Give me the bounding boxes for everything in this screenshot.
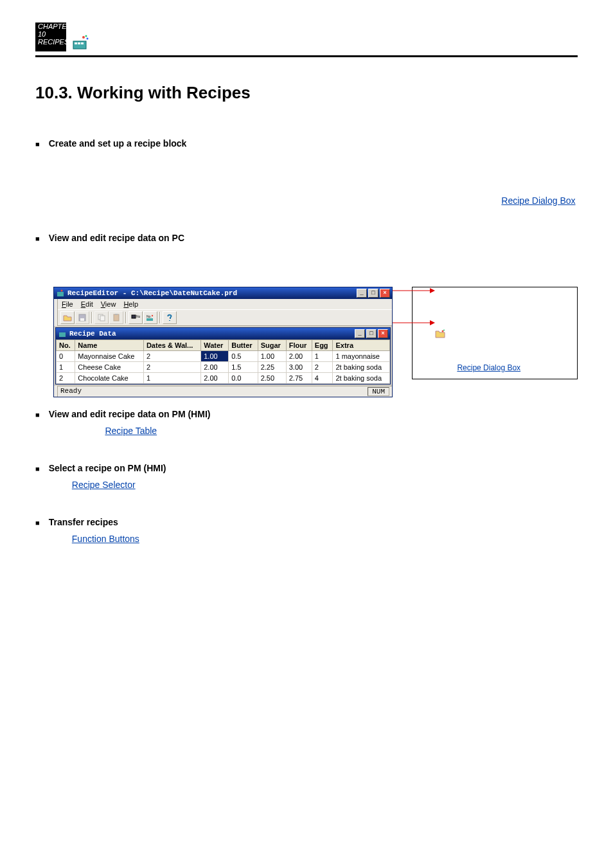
menu-edit[interactable]: Edit xyxy=(81,300,93,308)
col-water[interactable]: Water xyxy=(201,340,229,351)
col-no[interactable]: No. xyxy=(57,340,75,351)
cell[interactable]: 2.75 xyxy=(286,373,312,384)
svg-point-8 xyxy=(61,290,63,292)
menubar: File Edit View Help xyxy=(58,299,392,309)
menu-help[interactable]: Help xyxy=(123,300,138,308)
header-black-block: CHAPTER 10 RECIPES xyxy=(35,23,66,51)
cell[interactable]: 2.50 xyxy=(258,373,286,384)
cell[interactable]: 2 xyxy=(57,373,75,384)
cell[interactable]: 2.00 xyxy=(201,373,229,384)
table-row[interactable]: 0 Mayonnaise Cake 2 1.00 0.5 1.00 2.00 1… xyxy=(57,351,390,362)
open-file-icon xyxy=(435,329,445,338)
inner-title-text: Recipe Data xyxy=(69,330,355,338)
section-heading-view-pc: View and edit recipe data on PC xyxy=(49,233,184,243)
cell[interactable]: 1.5 xyxy=(229,362,258,373)
bullet-icon: ■ xyxy=(35,235,40,242)
inner-titlebar: Recipe Data _ □ × xyxy=(56,328,390,339)
tb-config2-icon[interactable]: No. xyxy=(143,311,157,324)
svg-rect-0 xyxy=(73,41,86,49)
menu-file[interactable]: File xyxy=(62,300,73,308)
toolbar-grip[interactable] xyxy=(54,299,58,309)
cell[interactable]: 4 xyxy=(312,373,333,384)
bullet-icon: ■ xyxy=(35,519,40,527)
col-egg[interactable]: Egg xyxy=(312,340,333,351)
cell[interactable]: 1 xyxy=(312,351,333,362)
app-icon xyxy=(56,289,65,298)
cell[interactable]: 2 xyxy=(143,351,200,362)
inner-minimize-button[interactable]: _ xyxy=(355,329,365,338)
recipe-editor-window: RecipeEditor - C:\Recipe\DateNutCake.prd… xyxy=(53,287,393,397)
svg-text:No.: No. xyxy=(136,314,140,318)
s1-body2b: 2) In the Project Manager window, double… xyxy=(53,195,501,206)
status-left: Ready xyxy=(60,387,82,396)
svg-rect-7 xyxy=(57,292,64,296)
maximize-button[interactable]: □ xyxy=(368,289,378,298)
close-button[interactable]: × xyxy=(380,289,390,298)
svg-point-25 xyxy=(441,330,443,332)
svg-rect-1 xyxy=(75,42,77,44)
bullet-icon: ■ xyxy=(35,140,40,148)
link-recipe-selector[interactable]: Recipe Selector xyxy=(72,480,136,490)
link-recipe-dialog-2[interactable]: Recipe Dialog Box xyxy=(457,363,520,372)
cell[interactable]: 1 xyxy=(57,362,75,373)
selected-cell[interactable]: 1.00 xyxy=(201,351,229,362)
s1-body2a: 1) In the Project Manager window, right-… xyxy=(53,182,561,192)
cell[interactable]: 0.5 xyxy=(229,351,258,362)
recipe-data-window: Recipe Data _ □ × No. Name Dates & xyxy=(55,327,391,384)
tb-config1-icon[interactable]: No. xyxy=(129,311,143,324)
cell[interactable]: 2 xyxy=(143,362,200,373)
section-heading-view-hmi: View and edit recipe data on PM (HMI) xyxy=(49,409,211,419)
outer-title-text: RecipeEditor - C:\Recipe\DateNutCake.prd xyxy=(67,289,357,297)
tb-paste-icon[interactable] xyxy=(109,311,123,324)
cell[interactable]: 0 xyxy=(57,351,75,362)
col-extra[interactable]: Extra xyxy=(333,340,390,351)
annot-line3b: . xyxy=(522,363,524,372)
callout-arrows xyxy=(391,285,436,420)
link-recipe-table[interactable]: Recipe Table xyxy=(105,426,157,436)
minimize-button[interactable]: _ xyxy=(357,289,367,298)
tb-open-icon[interactable] xyxy=(60,311,75,324)
table-row[interactable]: 2 Chocolate Cake 1 2.00 0.0 2.50 2.75 4 … xyxy=(57,373,390,384)
cell[interactable]: 2.00 xyxy=(201,362,229,373)
cell[interactable]: 1 mayonnaise xyxy=(333,351,390,362)
cell[interactable]: 1 xyxy=(143,373,200,384)
svg-rect-14 xyxy=(115,314,118,315)
recipe-data-table[interactable]: No. Name Dates & Wal... Water Butter Sug… xyxy=(56,339,390,384)
cell[interactable]: Mayonnaise Cake xyxy=(75,351,144,362)
annot-line2b: to open a .prd file. xyxy=(447,329,509,338)
col-dw[interactable]: Dates & Wal... xyxy=(143,340,200,351)
col-flour[interactable]: Flour xyxy=(286,340,312,351)
table-row[interactable]: 1 Cheese Cake 2 2.00 1.5 2.25 3.00 2 2t … xyxy=(57,362,390,373)
status-num: NUM xyxy=(368,387,389,396)
cell[interactable]: 0.0 xyxy=(229,373,258,384)
cell[interactable]: 2.00 xyxy=(286,351,312,362)
inner-close-button[interactable]: × xyxy=(378,329,388,338)
cell[interactable]: Chocolate Cake xyxy=(75,373,144,384)
cell[interactable]: 3.00 xyxy=(286,362,312,373)
toolbar: No. No. xyxy=(58,309,392,326)
svg-rect-13 xyxy=(114,314,119,321)
tb-help-icon[interactable] xyxy=(163,311,177,324)
s1-body2c: . Click the New button in the dialog box… xyxy=(53,209,211,219)
statusbar-grip[interactable] xyxy=(54,386,58,397)
cell[interactable]: 2.25 xyxy=(258,362,286,373)
cell[interactable]: 2t baking soda xyxy=(333,373,390,384)
col-name[interactable]: Name xyxy=(75,340,144,351)
cell[interactable]: 1.00 xyxy=(258,351,286,362)
cell[interactable]: 2t baking soda xyxy=(333,362,390,373)
inner-maximize-button[interactable]: □ xyxy=(366,329,377,338)
tb-save-icon[interactable] xyxy=(75,311,89,324)
tb-copy-icon[interactable] xyxy=(94,311,109,324)
col-sugar[interactable]: Sugar xyxy=(258,340,286,351)
table-header-row: No. Name Dates & Wal... Water Butter Sug… xyxy=(57,340,390,351)
toolbar-grip[interactable] xyxy=(54,309,58,326)
link-recipe-dialog[interactable]: Recipe Dialog Box xyxy=(501,195,575,206)
cell[interactable]: Cheese Cake xyxy=(75,362,144,373)
app-logo-icon xyxy=(71,32,91,51)
cell[interactable]: 2 xyxy=(312,362,333,373)
svg-rect-10 xyxy=(80,318,84,321)
menu-view[interactable]: View xyxy=(101,300,116,308)
link-function-buttons[interactable]: Function Buttons xyxy=(72,534,139,544)
col-butter[interactable]: Butter xyxy=(229,340,258,351)
bullet-icon: ■ xyxy=(35,411,40,419)
